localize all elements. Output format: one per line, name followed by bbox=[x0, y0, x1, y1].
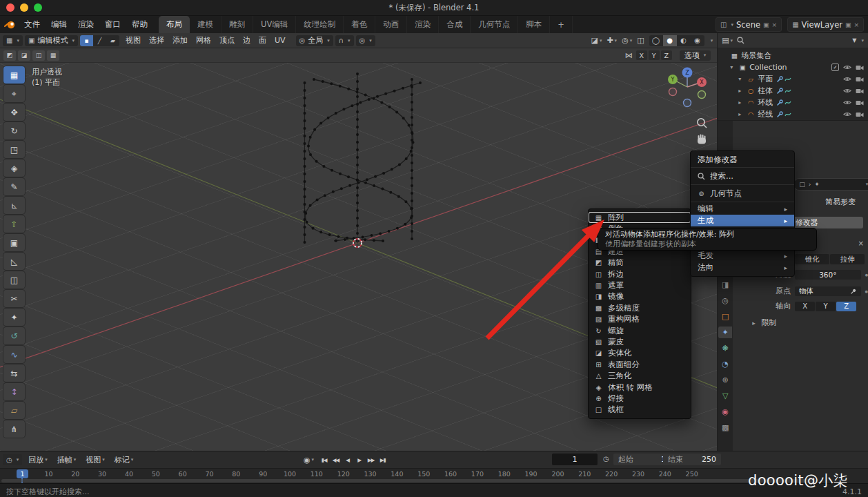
tool-button[interactable]: ◈ bbox=[3, 159, 25, 177]
face-select-button[interactable]: ▰ bbox=[106, 35, 119, 46]
camera-visibility-icon[interactable] bbox=[856, 99, 864, 106]
gizmos-dropdown[interactable]: ✚▾ bbox=[606, 36, 617, 45]
modifier-menu-item[interactable]: □ 线框 bbox=[589, 405, 691, 416]
timeline-menu-item[interactable]: 视图▾ bbox=[81, 454, 110, 466]
selectable-checkbox[interactable]: ✓ bbox=[831, 64, 839, 71]
menu-category-item[interactable]: 生成▸ bbox=[691, 215, 794, 226]
tool-button[interactable]: ⇧ bbox=[3, 215, 25, 233]
topbar-menu-item[interactable]: 编辑 bbox=[46, 18, 72, 31]
edge-select-button[interactable]: ╱ bbox=[93, 35, 106, 46]
limits-panel-header[interactable]: ▸ 限制 bbox=[752, 318, 776, 328]
hide-eye-icon[interactable] bbox=[843, 88, 851, 94]
navigation-gizmo[interactable]: Z Y X bbox=[668, 68, 707, 107]
hide-eye-icon[interactable] bbox=[843, 99, 851, 106]
outliner-editor-icon[interactable]: ▤▾ bbox=[722, 36, 733, 45]
workspace-tab[interactable]: 着色 bbox=[344, 16, 375, 33]
workspace-tab[interactable]: 布局 bbox=[159, 16, 190, 33]
editor-type-button[interactable]: ▦▾ bbox=[3, 35, 23, 46]
select-new-icon[interactable]: ◩ bbox=[3, 50, 16, 61]
outliner-row[interactable]: ▾ ▣ Collection ✓ bbox=[718, 61, 868, 73]
tool-button[interactable]: ↻ bbox=[3, 122, 25, 139]
modifier-menu-item[interactable]: ▩ 多级精度 bbox=[589, 302, 691, 313]
timeline-scrollbar[interactable] bbox=[1, 479, 816, 483]
timeline-menu-item[interactable]: 回放▾ bbox=[23, 454, 52, 466]
tool-button[interactable]: ✦ bbox=[3, 309, 25, 326]
transport-button[interactable]: ▶ bbox=[353, 454, 365, 465]
camera-visibility-icon[interactable] bbox=[856, 64, 864, 70]
viewport-menu-item[interactable]: 面 bbox=[255, 35, 270, 46]
proportional-editing-toggle[interactable]: ◎▾ bbox=[356, 35, 375, 46]
properties-tab[interactable]: ▩ bbox=[718, 422, 732, 433]
frame-start-field[interactable]: 起始 1 bbox=[613, 454, 671, 465]
timeline-ruler[interactable]: 1020304050607080901001101201301401501601… bbox=[0, 468, 868, 483]
menu-category-item[interactable]: 法向▸ bbox=[691, 262, 794, 273]
vertex-select-button[interactable]: ▪ bbox=[80, 35, 93, 46]
topbar-menu-item[interactable]: 渲染 bbox=[72, 18, 99, 31]
options-dropdown[interactable]: 选项▾ bbox=[680, 50, 711, 61]
axis-toggle-button[interactable]: Z bbox=[836, 302, 856, 311]
blender-logo-icon[interactable] bbox=[4, 16, 16, 33]
tool-button[interactable]: ⌖ bbox=[3, 85, 25, 102]
timeline-editor-type-button[interactable]: ◷▾ bbox=[3, 454, 22, 465]
menu-search-item[interactable]: 搜索... bbox=[691, 168, 794, 184]
properties-tab[interactable]: ▽ bbox=[718, 390, 732, 402]
hide-eye-icon[interactable] bbox=[843, 64, 851, 70]
workspace-tab[interactable]: 纹理绘制 bbox=[296, 16, 344, 33]
mirror-axis-toggle[interactable]: Z bbox=[661, 50, 672, 60]
outliner-row[interactable]: ▦ 场景集合 ✓ bbox=[718, 50, 868, 61]
pan-hand-icon[interactable] bbox=[698, 135, 706, 144]
keyframe-dot-icon[interactable]: ● bbox=[865, 273, 868, 277]
new-scene-icon[interactable]: ▣ bbox=[763, 21, 769, 28]
timeline-menu-item[interactable]: 标记▾ bbox=[110, 454, 139, 466]
remove-viewlayer-icon[interactable]: × bbox=[854, 21, 859, 28]
workspace-tab[interactable]: 渲染 bbox=[407, 16, 439, 33]
tool-button[interactable]: ▦ bbox=[3, 66, 25, 84]
modifier-menu-item[interactable]: ▦ 阵列 bbox=[589, 212, 691, 223]
modifier-menu-item[interactable]: ◪ 实体化 bbox=[589, 348, 691, 359]
tool-button[interactable]: ↺ bbox=[3, 327, 25, 344]
shading-solid-button[interactable]: ● bbox=[663, 35, 677, 46]
shading-dropdown-icon[interactable]: ▾ bbox=[711, 38, 713, 43]
viewport-menu-item[interactable]: 边 bbox=[239, 35, 255, 46]
viewport-menu-item[interactable]: 顶点 bbox=[215, 35, 239, 46]
mirror-axis-toggle[interactable]: X bbox=[636, 50, 647, 60]
filter-dropdown-icon[interactable]: ▾ bbox=[861, 38, 864, 43]
tool-button[interactable]: ⊾ bbox=[3, 197, 25, 214]
modifier-menu-item[interactable]: ◨ 镜像 bbox=[589, 291, 691, 302]
eyedropper-icon[interactable] bbox=[850, 288, 857, 295]
menu-category-item[interactable]: 编辑▸ bbox=[691, 203, 794, 215]
workspace-tab[interactable]: 雕刻 bbox=[221, 16, 253, 33]
workspace-tab[interactable]: 几何节点 bbox=[471, 16, 518, 33]
xray-toggle[interactable]: ◫ bbox=[637, 36, 644, 45]
select-intersect-icon[interactable]: ▦ bbox=[47, 50, 59, 61]
viewlayer-selector[interactable]: ▦ ViewLayer ▣ × bbox=[787, 17, 864, 32]
unlink-scene-icon[interactable]: × bbox=[772, 21, 778, 28]
modifier-menu-item[interactable]: ▨ 重构网格 bbox=[589, 314, 691, 325]
viewport-menu-item[interactable]: 选择 bbox=[145, 35, 168, 46]
properties-tab[interactable]: ⊕ bbox=[718, 374, 732, 386]
menu-category-item[interactable]: 毛发▸ bbox=[691, 250, 794, 262]
transport-button[interactable]: ◀◀ bbox=[330, 454, 342, 465]
expand-chevron-icon[interactable]: ▸ bbox=[738, 111, 746, 117]
topbar-menu-item[interactable]: 文件 bbox=[19, 18, 46, 31]
expand-chevron-icon[interactable]: ▸ bbox=[738, 99, 746, 106]
shading-wireframe-button[interactable]: ◯ bbox=[649, 35, 663, 46]
transport-button[interactable]: ▶▶ bbox=[365, 454, 377, 465]
tool-button[interactable]: ∿ bbox=[3, 346, 25, 363]
modifier-menu-item[interactable]: ◈ 体积 转 网格 bbox=[589, 382, 691, 393]
workspace-tab[interactable]: 建模 bbox=[190, 16, 221, 33]
axis-toggle-button[interactable]: X bbox=[795, 302, 815, 311]
hide-eye-icon[interactable] bbox=[843, 111, 851, 117]
transport-button[interactable]: ▮◀ bbox=[318, 454, 330, 465]
modifier-menu-item[interactable]: ◩ 精简 bbox=[589, 257, 691, 269]
scene-selector[interactable]: ◫ ▾ Scene ▣ × bbox=[716, 17, 782, 32]
expand-chevron-icon[interactable]: ▸ bbox=[738, 88, 746, 94]
expand-chevron-icon[interactable]: ▾ bbox=[730, 64, 738, 70]
outliner-row[interactable]: ▾ ▱ 平面 ✓ bbox=[718, 73, 868, 85]
properties-path-bar[interactable]: □ › ✦ ▾ bbox=[793, 178, 868, 191]
tool-button[interactable]: ⇆ bbox=[3, 364, 25, 382]
current-frame-field[interactable]: 1 bbox=[552, 454, 598, 465]
properties-tab[interactable]: ◔ bbox=[718, 358, 732, 370]
tool-button[interactable]: ✥ bbox=[3, 104, 25, 121]
tool-button[interactable]: ✂ bbox=[3, 290, 25, 307]
